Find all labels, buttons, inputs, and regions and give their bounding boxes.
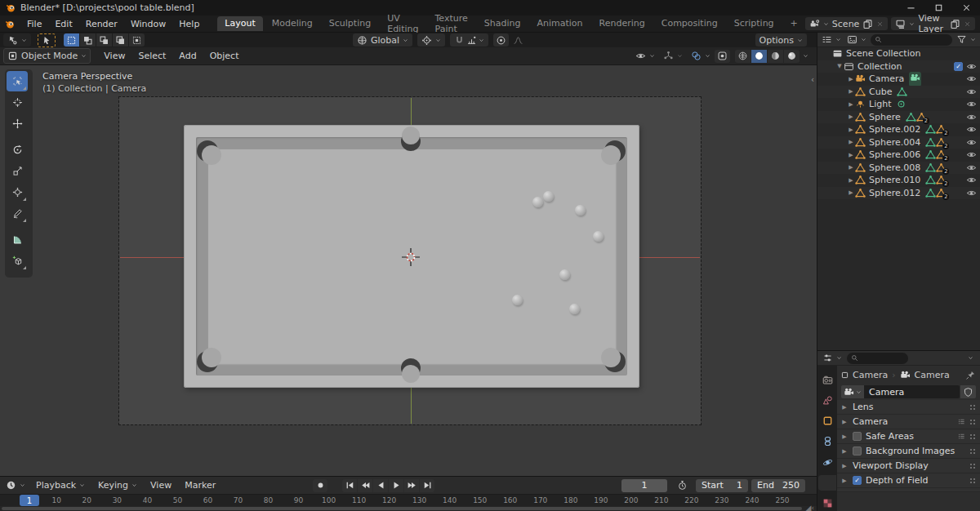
hide-eye-icon[interactable] [966, 162, 977, 173]
select-subtract-button[interactable] [96, 33, 112, 47]
view-layer-selector[interactable]: View Layer [891, 17, 975, 30]
grip-icon[interactable] [969, 478, 977, 483]
active-tool-indicator[interactable] [38, 33, 56, 47]
hide-eye-icon[interactable] [966, 175, 977, 185]
play-reverse-button[interactable] [373, 479, 388, 492]
panel-depth-of-field[interactable]: ▶✓Depth of Field [837, 473, 980, 488]
disclosure-right-icon[interactable]: ▶ [847, 88, 855, 95]
panel-checkbox[interactable] [853, 432, 862, 441]
viewport-menu-add[interactable]: Add [172, 51, 203, 61]
outliner-row-cube[interactable]: ▶Cube [817, 86, 980, 99]
tool-measure-button[interactable] [7, 229, 28, 250]
viewport-menu-select[interactable]: Select [131, 51, 172, 61]
pool-ball[interactable] [512, 295, 523, 305]
current-frame-field[interactable]: 1 [621, 479, 667, 492]
viewport-menu-view[interactable]: View [97, 51, 131, 61]
tool-annotate-button[interactable] [7, 203, 28, 224]
display-mode-dropdown[interactable] [820, 33, 843, 47]
close-button[interactable] [952, 0, 980, 16]
tool-transform-button[interactable] [7, 182, 28, 202]
snap-magnet-icon[interactable] [454, 35, 465, 46]
outliner-row-camera[interactable]: ▶Camera [817, 73, 980, 86]
outliner-row-sphere-002[interactable]: ▶Sphere.0022 [817, 123, 980, 136]
menu-edit[interactable]: Edit [48, 19, 78, 29]
grip-icon[interactable] [969, 419, 977, 424]
timeline-menu-view[interactable]: View [144, 480, 178, 491]
panel-safe-areas[interactable]: ▶Safe Areas [837, 429, 980, 444]
timeline-menu-playback[interactable]: Playback [29, 480, 91, 491]
pin-icon[interactable] [965, 370, 976, 380]
datablock-name-input[interactable]: Camera [864, 385, 960, 398]
viewport-menu-object[interactable]: Object [203, 51, 246, 61]
properties-search-input[interactable] [847, 353, 908, 364]
disclosure-right-icon[interactable]: ▶ [847, 189, 855, 196]
properties-tab-constraint[interactable] [818, 434, 836, 449]
hide-eye-icon[interactable] [966, 124, 977, 135]
gizmo-dropdown[interactable] [659, 50, 687, 63]
outliner-row-light[interactable]: ▶Light [817, 98, 980, 111]
hide-eye-icon[interactable] [966, 87, 977, 97]
frame-start-field[interactable]: Start 1 [696, 479, 748, 492]
unlink-scene-icon[interactable] [876, 20, 884, 28]
workspace-tab-sculpting[interactable]: Sculpting [322, 16, 378, 31]
mesh-users-badge[interactable]: 2 [936, 149, 947, 160]
new-scene-icon[interactable] [862, 19, 873, 29]
filter-funnel-dropdown[interactable] [955, 33, 978, 47]
editor-type-dropdown[interactable] [3, 479, 28, 492]
datablock-type-dropdown[interactable] [841, 385, 864, 398]
select-intersect-button[interactable] [129, 33, 145, 47]
hide-eye-icon[interactable] [966, 61, 977, 72]
outliner-row-sphere-008[interactable]: ▶Sphere.0082 [817, 162, 980, 175]
auto-keyframe-button[interactable] [313, 479, 327, 492]
camera-data-active-badge[interactable] [909, 72, 921, 87]
disclosure-right-icon[interactable]: ▶ [840, 433, 849, 440]
tool-add-cube-button[interactable] [7, 251, 28, 271]
hide-eye-icon[interactable] [966, 112, 977, 122]
grip-icon[interactable] [969, 404, 977, 410]
workspace-tab-compositing[interactable]: Compositing [654, 16, 725, 31]
hide-eye-icon[interactable] [966, 149, 977, 160]
mode-dropdown[interactable]: Object Mode [3, 48, 91, 64]
disclosure-right-icon[interactable]: ▶ [847, 139, 855, 145]
transform-orientation-dropdown[interactable]: Global [353, 33, 412, 47]
disclosure-down-icon[interactable]: ▼ [835, 63, 844, 69]
outliner-row-sphere[interactable]: ▶Sphere2 [817, 111, 980, 124]
workspace-tab-shading[interactable]: Shading [477, 16, 528, 31]
panel-background-images[interactable]: ▶Background Images [837, 444, 980, 459]
mesh-users-badge[interactable]: 2 [936, 137, 947, 148]
timeline-menu-keying[interactable]: Keying [91, 480, 144, 491]
timeline-menu-marker[interactable]: Marker [178, 480, 222, 491]
disclosure-right-icon[interactable]: ▶ [847, 177, 855, 184]
disclosure-right-icon[interactable]: ▶ [840, 404, 849, 411]
play-button[interactable] [389, 479, 403, 492]
disclosure-right-icon[interactable]: ▶ [840, 419, 849, 425]
mesh-users-badge[interactable]: 2 [916, 112, 927, 122]
mesh-users-badge[interactable]: 2 [936, 188, 947, 198]
properties-tab-object[interactable] [818, 414, 836, 429]
properties-tab-scene[interactable] [818, 393, 836, 407]
properties-tab-render[interactable] [818, 372, 836, 387]
outliner-row-sphere-004[interactable]: ▶Sphere.0042 [817, 136, 980, 149]
shading-options-chevron-icon[interactable] [803, 53, 808, 59]
grip-icon[interactable] [969, 433, 977, 439]
visibility-dropdown[interactable] [631, 50, 659, 63]
tool-cursor-button[interactable] [7, 92, 28, 113]
proportional-edit-toggle[interactable] [493, 33, 509, 47]
hide-eye-icon[interactable] [966, 99, 977, 109]
menu-file[interactable]: File [20, 19, 48, 29]
workspace-tab-rendering[interactable]: Rendering [592, 16, 653, 31]
disclosure-right-icon[interactable]: ▶ [847, 127, 855, 133]
next-keyframe-button[interactable] [404, 479, 419, 492]
select-invert-button[interactable] [113, 33, 128, 47]
pool-ball[interactable] [543, 191, 554, 202]
disclosure-right-icon[interactable]: ▶ [847, 101, 855, 108]
jump-to-start-button[interactable] [342, 479, 357, 492]
properties-tab-data[interactable] [818, 475, 836, 490]
disclosure-right-icon[interactable]: ▶ [840, 478, 849, 484]
tool-scale-button[interactable] [7, 161, 28, 181]
workspace-tab-scripting[interactable]: Scripting [727, 16, 782, 31]
shading-solid-button[interactable] [751, 50, 767, 63]
scrollbar-thumb[interactable] [2, 507, 802, 510]
disclosure-right-icon[interactable]: ▶ [847, 76, 855, 82]
workspace-tab-modeling[interactable]: Modeling [265, 16, 320, 31]
